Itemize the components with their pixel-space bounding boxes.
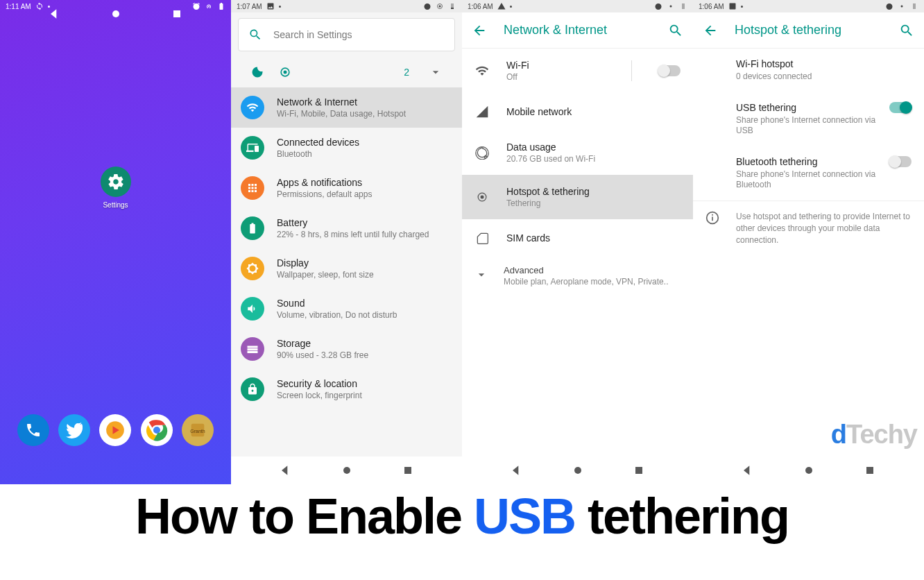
settings-item-security[interactable]: Security & locationScreen lock, fingerpr…: [231, 369, 462, 409]
nav-home-button[interactable]: [340, 463, 354, 477]
svg-point-22: [901, 6, 903, 8]
nav-back-button[interactable]: [509, 463, 523, 477]
hotspot-item-bluetooth-tethering[interactable]: Bluetooth tetheringShare phone's Interne…: [693, 146, 924, 201]
settings-item-battery[interactable]: Battery22% - 8 hrs, 8 mins left until fu…: [231, 208, 462, 248]
item-subtitle: Screen lock, fingerprint: [277, 391, 362, 400]
hotspot-list: Wi-Fi hotspot0 devices connected USB tet…: [693, 49, 924, 457]
item-subtitle: 22% - 8 hrs, 8 mins left until fully cha…: [277, 230, 429, 239]
svg-rect-25: [712, 216, 713, 221]
item-subtitle: Volume, vibration, Do not disturb: [277, 310, 397, 320]
lock-icon: [246, 383, 259, 395]
twitter-app-icon[interactable]: [58, 414, 90, 446]
wifi-toggle[interactable]: [658, 65, 681, 76]
settings-item-connected-devices[interactable]: Connected devicesBluetooth: [231, 128, 462, 168]
play-music-app-icon[interactable]: [99, 414, 131, 446]
nav-home-button[interactable]: [571, 463, 585, 477]
net-item-hotspot[interactable]: Hotspot & tetheringTethering: [462, 175, 693, 219]
svg-rect-17: [682, 3, 685, 9]
item-title: SIM cards: [506, 232, 681, 244]
nav-back-button[interactable]: [278, 463, 292, 477]
item-subtitle: Off: [506, 72, 615, 82]
net-item-wifi[interactable]: Wi-FiOff: [462, 49, 693, 93]
svg-point-18: [481, 196, 484, 199]
storage-icon: [246, 343, 259, 355]
svg-rect-21: [635, 467, 642, 474]
settings-item-network[interactable]: Network & InternetWi-Fi, Mobile, Data us…: [231, 87, 462, 128]
svg-point-8: [439, 6, 441, 8]
search-settings-input[interactable]: Search in Settings: [238, 18, 455, 51]
signal-icon: [475, 105, 489, 119]
advanced-subtitle: Mobile plan, Aeroplane mode, VPN, Privat…: [504, 277, 681, 287]
search-button[interactable]: [899, 23, 914, 38]
back-button[interactable]: [472, 23, 487, 38]
granth-app-icon[interactable]: Granth: [182, 414, 214, 446]
divider: [631, 60, 632, 81]
wifi-icon: [475, 64, 489, 78]
nav-recent-button[interactable]: [632, 463, 646, 477]
header-bar: Hotspot & tethering: [693, 12, 924, 49]
navigation-bar: [693, 457, 924, 484]
nav-recent-button[interactable]: [863, 463, 877, 477]
network-list: Wi-FiOff Mobile network Data usage20.76 …: [462, 49, 693, 457]
search-button[interactable]: [668, 23, 683, 38]
brightness-icon: [246, 262, 259, 275]
svg-text:Granth: Granth: [190, 429, 205, 434]
item-title: Bluetooth tethering: [736, 156, 878, 167]
settings-app-launcher[interactable]: Settings: [101, 167, 131, 209]
settings-item-storage[interactable]: Storage90% used - 3.28 GB free: [231, 329, 462, 369]
item-subtitle: Share phone's Internet connection via Bl…: [736, 169, 878, 191]
tutorial-title: How to Enable USB tethering: [0, 484, 924, 562]
hotspot-icon: [278, 65, 292, 79]
item-subtitle: Tethering: [506, 198, 681, 208]
nav-back-button[interactable]: [740, 463, 754, 477]
app-label: Settings: [101, 201, 131, 209]
nav-home-button[interactable]: [802, 463, 816, 477]
hotspot-item-wifi-hotspot[interactable]: Wi-Fi hotspot0 devices connected: [693, 49, 924, 92]
settings-item-display[interactable]: DisplayWallpaper, sleep, font size: [231, 248, 462, 289]
usb-tethering-toggle[interactable]: [889, 102, 912, 113]
battery-icon: [246, 222, 259, 234]
phone-app-icon[interactable]: [17, 414, 49, 446]
net-item-data-usage[interactable]: Data usage20.76 GB used on Wi-Fi: [462, 130, 693, 175]
status-bar: 1:06 AM: [693, 0, 924, 12]
svg-point-16: [670, 6, 672, 8]
data-usage-icon: [475, 146, 489, 160]
quick-settings-row[interactable]: 2: [231, 60, 462, 87]
devices-icon: [246, 142, 259, 154]
battery-icon: [448, 2, 456, 10]
hotspot-item-usb-tethering[interactable]: USB tetheringShare phone's Internet conn…: [693, 92, 924, 146]
search-placeholder: Search in Settings: [273, 29, 352, 40]
search-icon: [248, 28, 262, 42]
item-subtitle: Permissions, default apps: [277, 189, 372, 199]
page-title: Hotspot & tethering: [735, 23, 882, 37]
notification-dot-icon: [48, 6, 50, 8]
nav-recent-button[interactable]: [401, 463, 415, 477]
warning-icon: [497, 2, 506, 10]
item-subtitle: Wallpaper, sleep, font size: [277, 270, 374, 280]
chrome-app-icon[interactable]: [141, 414, 173, 446]
settings-item-sound[interactable]: SoundVolume, vibration, Do not disturb: [231, 289, 462, 329]
info-icon: [705, 211, 719, 225]
page-title: Network & Internet: [504, 23, 651, 37]
net-item-sim[interactable]: SIM cards: [462, 219, 693, 257]
bluetooth-tethering-toggle[interactable]: [889, 156, 912, 167]
watermark: dTechy: [831, 420, 917, 450]
back-button[interactable]: [703, 23, 718, 38]
svg-rect-23: [913, 3, 916, 9]
gear-icon: [107, 173, 125, 191]
item-subtitle: 90% used - 3.28 GB free: [277, 350, 368, 360]
alarm-icon: [654, 2, 662, 10]
svg-point-27: [805, 467, 812, 474]
net-item-advanced[interactable]: Advanced Mobile plan, Aeroplane mode, VP…: [462, 257, 693, 295]
alarm-icon: [192, 2, 200, 10]
settings-app-icon: [101, 167, 131, 197]
settings-item-apps[interactable]: Apps & notificationsPermissions, default…: [231, 168, 462, 208]
net-item-mobile[interactable]: Mobile network: [462, 93, 693, 130]
hotspot-icon: [898, 2, 906, 10]
svg-rect-15: [404, 467, 411, 474]
item-title: Mobile network: [506, 106, 681, 117]
battery-icon: [217, 2, 225, 10]
image-icon: [728, 2, 737, 10]
item-title: USB tethering: [736, 102, 878, 113]
phone-hotspot-tethering: 1:06 AM Hotspot & tethering Wi-Fi hotspo…: [693, 0, 924, 484]
